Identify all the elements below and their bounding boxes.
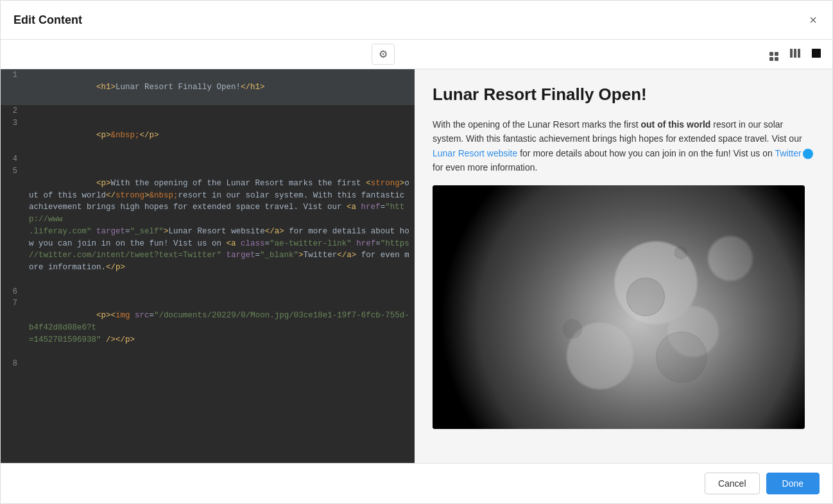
done-button[interactable]: Done [766, 473, 820, 494]
preview-paragraph: With the opening of the Lunar Resort mar… [433, 117, 814, 175]
preview-text-end: for even more information. [433, 162, 537, 172]
preview-panel: Lunar Resort Finally Open! With the open… [415, 69, 832, 463]
preview-title: Lunar Resort Finally Open! [433, 85, 814, 105]
code-table: 1 <h1>Lunar Resort Finally Open!</h1> 2 … [1, 69, 415, 370]
preview-content: Lunar Resort Finally Open! With the open… [433, 85, 814, 429]
twitter-bird-icon [803, 149, 813, 159]
tag: <p> [96, 179, 111, 188]
dialog-footer: Cancel Done [1, 463, 832, 503]
dialog-header: Edit Content × [1, 1, 832, 40]
moon-crater [674, 246, 687, 259]
table-row: 6 [1, 286, 415, 298]
moon-crater [656, 332, 707, 383]
line-code: <p>&nbsp;</p> [24, 117, 415, 153]
table-row: 3 <p>&nbsp;</p> [1, 117, 415, 153]
line-code: <p><img src="/documents/20229/0/Moon.jpg… [24, 298, 415, 358]
table-row: 1 <h1>Lunar Resort Finally Open!</h1> [1, 69, 415, 105]
toolbar-center: ⚙ [1, 44, 766, 65]
line-code: <p>With the opening of the Lunar Resort … [24, 165, 415, 286]
code-editor[interactable]: 1 <h1>Lunar Resort Finally Open!</h1> 2 … [1, 69, 415, 463]
toolbar-right [766, 45, 825, 63]
line-code [24, 105, 415, 117]
table-row: 4 [1, 153, 415, 165]
line-number: 1 [1, 69, 24, 105]
columns-icon [790, 49, 800, 58]
table-row: 5 <p>With the opening of the Lunar Resor… [1, 165, 415, 286]
edit-content-dialog: Edit Content × ⚙ [0, 0, 833, 504]
main-content: 1 <h1>Lunar Resort Finally Open!</h1> 2 … [1, 69, 832, 463]
view-square-button[interactable] [808, 46, 825, 62]
dialog-title: Edit Content [13, 13, 82, 27]
square-icon [812, 49, 821, 58]
moon-crater [626, 278, 665, 316]
view-grid-button[interactable] [766, 45, 782, 63]
tag-open: <h1> [96, 83, 116, 92]
line-code: <h1>Lunar Resort Finally Open!</h1> [24, 69, 415, 105]
moon-surface [433, 185, 805, 429]
toolbar: ⚙ [1, 40, 832, 69]
preview-strong: out of this world [641, 119, 711, 130]
preview-text-mid: for more details about how you can join … [517, 148, 775, 158]
table-row: 2 [1, 105, 415, 117]
line-number: 3 [1, 117, 24, 153]
grid-icon [769, 52, 778, 61]
tag: <p> [96, 131, 111, 140]
line-code [24, 153, 415, 165]
cancel-button[interactable]: Cancel [705, 473, 760, 494]
tag-close: </h1> [241, 83, 265, 92]
line-code [24, 358, 415, 370]
line-number: 8 [1, 358, 24, 370]
view-cols-button[interactable] [786, 46, 804, 62]
entity: &nbsp; [111, 131, 140, 140]
preview-link-liferay[interactable]: Lunar Resort website [433, 148, 517, 158]
gear-icon: ⚙ [379, 49, 388, 60]
table-row: 7 <p><img src="/documents/20229/0/Moon.j… [1, 298, 415, 358]
tag: </p> [140, 131, 159, 140]
text-content: Lunar Resort Finally Open! [116, 83, 241, 92]
moon-crater [563, 319, 582, 339]
close-button[interactable]: × [807, 11, 820, 29]
line-number: 7 [1, 298, 24, 358]
line-number: 5 [1, 165, 24, 286]
moon-image [433, 185, 805, 429]
preview-link-twitter[interactable]: Twitter [775, 148, 801, 158]
line-number: 4 [1, 153, 24, 165]
line-number: 6 [1, 286, 24, 298]
line-number: 2 [1, 105, 24, 117]
settings-button[interactable]: ⚙ [372, 44, 395, 65]
table-row: 8 [1, 358, 415, 370]
preview-text-before-strong: With the opening of the Lunar Resort mar… [433, 119, 641, 130]
line-code [24, 286, 415, 298]
